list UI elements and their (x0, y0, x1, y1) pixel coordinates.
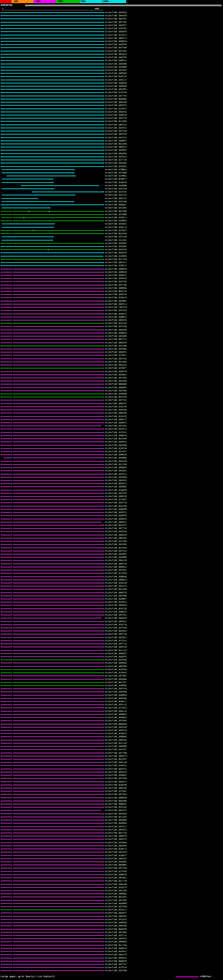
hit-label[interactable]: UniRef100_Q8HXV1 (105, 521, 127, 523)
hit-label[interactable]: UniRef100_Q5E9Q1 (105, 165, 127, 168)
hit-bar[interactable] (2, 583, 103, 583)
hit-bar[interactable] (2, 44, 103, 45)
hit-bar[interactable] (2, 589, 103, 590)
hit-label[interactable]: UniRef100_A2T813 (105, 34, 127, 37)
hit-bar[interactable] (2, 586, 103, 587)
hit-bar[interactable] (2, 323, 103, 324)
hit-bar[interactable] (2, 384, 103, 385)
hit-label[interactable]: UniRef100_A6H9K3 (105, 374, 127, 376)
hit-label[interactable]: UniRef100_Q9TUL7 (105, 826, 127, 828)
hit-label[interactable]: UniRef100_B2LT18 (105, 880, 127, 882)
hit-bar[interactable] (2, 906, 103, 907)
hit-bar[interactable] (2, 28, 103, 29)
hit-label[interactable]: UniRef100_Q9TSG8 (105, 905, 127, 908)
hit-bar[interactable] (2, 490, 103, 490)
hit-label[interactable]: UniRef100_B0JYP8 (105, 396, 127, 398)
hit-label[interactable]: UniRef100_Q8HZU9 (105, 604, 127, 607)
hit-label[interactable]: UniRef100_B2KJ89 (105, 505, 127, 508)
hit-bar[interactable] (2, 528, 103, 529)
hit-bar[interactable] (2, 817, 103, 817)
hit-bar[interactable] (2, 214, 103, 215)
hit-label[interactable]: UniRef100_Q8HZP3 (105, 351, 127, 353)
hit-label[interactable]: UniRef100_Q2HJ86 (105, 200, 127, 203)
hit-label[interactable]: UniRef100_Q9XSJ7 (105, 79, 127, 81)
hit-label[interactable]: UniRef100_Q8SQP1 (105, 636, 127, 639)
hit-bar[interactable] (2, 304, 103, 304)
hit-bar[interactable] (2, 413, 103, 414)
hit-bar[interactable] (2, 692, 103, 692)
hit-bar[interactable] (2, 89, 103, 90)
hit-bar[interactable] (2, 15, 103, 16)
hit-bar[interactable] (2, 512, 103, 513)
hit-label[interactable]: UniRef100_Q9TUC8 (105, 309, 127, 312)
hit-label[interactable]: UniRef100_Q9TTG2 (105, 399, 127, 401)
hit-label[interactable]: UniRef100_Q9GLU4 (105, 761, 127, 764)
hit-bar[interactable] (2, 429, 103, 430)
hit-bar[interactable] (2, 172, 73, 173)
hit-label[interactable]: UniRef100_Q9N0Z2 (105, 611, 127, 613)
hit-bar[interactable] (2, 602, 103, 603)
hit-label[interactable]: UniRef100_B2KIZ8 (105, 608, 127, 610)
hit-label[interactable]: UniRef100_B0KWS3 (105, 566, 127, 568)
hit-bar[interactable] (2, 903, 103, 904)
hit-bar[interactable] (2, 615, 103, 615)
hit-bar[interactable] (2, 868, 103, 869)
hit-label[interactable]: UniRef100_Q5E985 (105, 245, 127, 248)
hit-label[interactable]: UniRef100_A6QRM9 (105, 902, 127, 905)
hit-label[interactable]: UniRef100_B2KIV3 (105, 75, 127, 78)
hit-label[interactable]: UniRef100_A6QQ31 (105, 313, 127, 315)
hit-bar[interactable] (2, 865, 103, 865)
hit-label[interactable]: UniRef100_Q9N2M1 (105, 387, 127, 389)
hit-bar[interactable] (2, 320, 103, 321)
hit-label[interactable]: UniRef100_A4IFE7 (105, 748, 127, 751)
hit-label[interactable]: UniRef100_A6QM14 (105, 114, 127, 116)
hit-bar[interactable] (2, 329, 103, 330)
hit-label[interactable]: UniRef100_Q8SPP7 (105, 24, 127, 27)
hit-bar[interactable] (2, 70, 103, 71)
hit-label[interactable]: UniRef100_Q9TTS7 (105, 963, 127, 966)
hit-bar[interactable] (2, 502, 103, 503)
hit-label[interactable]: UniRef100_A2T974 (105, 966, 127, 969)
hit-bar[interactable] (2, 768, 103, 769)
hit-bar[interactable] (2, 679, 103, 679)
hit-label[interactable]: UniRef100_A5A6P8 (105, 489, 127, 492)
hit-label[interactable]: UniRef100_Q9XSW3 (105, 162, 127, 164)
hit-label[interactable]: UniRef100_Q9TTN9 (105, 752, 127, 754)
hit-label[interactable]: UniRef100_A2T958 (105, 870, 127, 873)
hit-label[interactable]: UniRef100_Q9XSY4 (105, 293, 127, 296)
hit-label[interactable]: UniRef100_Q9TVK8 (105, 777, 127, 780)
hit-label[interactable]: UniRef100_Q8MKB5 (105, 893, 127, 895)
hit-bar[interactable] (2, 422, 103, 423)
hit-label[interactable]: UniRef100_Q9GMD2 (105, 486, 127, 488)
hit-bar[interactable] (33, 192, 103, 192)
hit-label[interactable]: UniRef100_Q8SQH9 (105, 335, 127, 337)
hit-bar[interactable] (2, 740, 103, 740)
hit-bar[interactable] (2, 727, 103, 728)
hit-label[interactable]: UniRef100_Q9TVH4 (105, 627, 127, 629)
hit-bar[interactable] (2, 451, 103, 452)
hit-label[interactable]: UniRef100_Q9TSV8 (105, 130, 127, 132)
hit-label[interactable]: UniRef100_Q9GLN8 (105, 101, 127, 103)
hit-label[interactable]: UniRef100_B0JYR4 (105, 232, 127, 235)
hit-bar[interactable] (2, 823, 103, 824)
hit-label[interactable]: UniRef100_Q9MZK6 (105, 662, 127, 664)
hit-bar[interactable] (2, 156, 103, 157)
hit-label[interactable]: UniRef100_B2LYZ9 (105, 742, 127, 745)
hit-bar[interactable] (2, 929, 103, 929)
hit-label[interactable]: UniRef100_Q2TBQ0 (105, 213, 127, 216)
hit-bar[interactable] (2, 640, 103, 641)
hit-bar[interactable] (2, 35, 103, 35)
hit-label[interactable]: UniRef100_Q9TTJ8 (105, 527, 127, 530)
hit-bar[interactable] (2, 592, 103, 593)
hit-bar[interactable] (3, 217, 103, 218)
hit-bar[interactable] (2, 272, 103, 272)
hit-label[interactable]: UniRef100_Q8SPF2 (105, 511, 127, 514)
hit-bar[interactable] (2, 140, 103, 141)
hit-bar[interactable] (2, 143, 103, 144)
hit-label[interactable]: UniRef100_Q9GKZ1 (105, 274, 127, 277)
hit-label[interactable]: UniRef100_Q9N0S3 (105, 316, 127, 318)
hit-bar[interactable] (2, 454, 103, 455)
hit-label[interactable]: UniRef100_A5PJV2 (105, 194, 127, 196)
hit-label[interactable]: UniRef100_B0JYQ0 (105, 46, 127, 49)
hit-bar[interactable] (2, 121, 103, 122)
